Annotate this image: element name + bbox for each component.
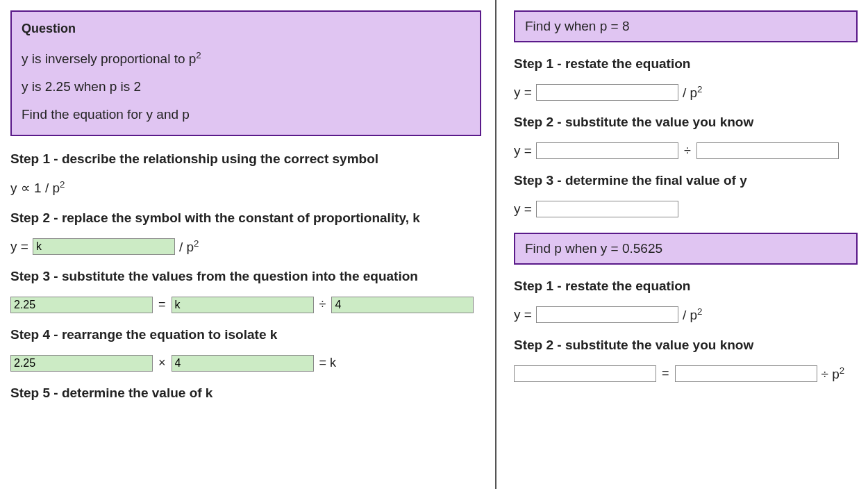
right1-step2-heading: Step 2 - substitute the value you know	[514, 115, 858, 130]
right2-step2-expression: = ÷ p2	[514, 365, 858, 382]
right1-step2-input-b[interactable]	[696, 142, 839, 159]
r2-eq-suffix-sup: 2	[697, 306, 702, 317]
step4-equals-k: = k	[318, 356, 338, 370]
step3-k-input[interactable]	[172, 297, 314, 313]
r2-eq-prefix: y =	[514, 307, 532, 322]
left-step2-heading: Step 2 - replace the symbol with the con…	[10, 210, 481, 226]
right1-step3-input[interactable]	[536, 201, 678, 217]
right1-step1-heading: Step 1 - restate the equation	[514, 56, 858, 72]
left-step5-heading: Step 5 - determine the value of k	[10, 386, 481, 401]
question-line-1-sup: 2	[196, 50, 201, 60]
r2-s2-div-sup: 2	[840, 365, 844, 376]
step3-denom-input[interactable]	[331, 297, 474, 313]
right2-step2-input-b[interactable]	[675, 365, 817, 382]
step3-divide: ÷	[318, 297, 328, 312]
r2-s2-div-text: ÷ p	[821, 367, 840, 381]
step4-multiplier-input[interactable]	[172, 355, 314, 372]
question-box: Question y is inversely proportional to …	[10, 10, 481, 136]
r2-s2-eq: =	[660, 366, 671, 381]
right2-step2-input-a[interactable]	[514, 365, 656, 382]
step2-suffix-text: / p	[179, 240, 194, 254]
question-line-1: y is inversely proportional to p2	[22, 50, 470, 67]
question-line-2: y is 2.25 when p is 2	[22, 79, 470, 94]
left-step4-expression: × = k	[10, 355, 481, 372]
left-step4-heading: Step 4 - rearrange the equation to isola…	[10, 327, 481, 342]
right2-step1-input[interactable]	[536, 306, 678, 323]
r2-eq-suffix-text: / p	[683, 308, 697, 323]
step2-prefix: y =	[10, 239, 28, 254]
question-line-1-text: y is inversely proportional to p	[22, 51, 196, 66]
step4-times: ×	[157, 356, 167, 370]
r1-s2-prefix: y =	[514, 143, 532, 158]
r1-eq-suffix-sup: 2	[697, 84, 702, 94]
right1-step2-expression: y = ÷	[514, 142, 858, 159]
step4-y-value-input[interactable]	[10, 355, 153, 372]
right-box-1: Find y when p = 8	[514, 10, 858, 42]
step1-expr-text: y ∝ 1 / p	[10, 181, 60, 196]
left-step3-expression: = ÷	[10, 297, 481, 313]
question-title: Question	[22, 22, 470, 36]
right1-step3-expression: y =	[514, 201, 858, 217]
step2-suffix-sup: 2	[194, 238, 199, 249]
right1-step1-input[interactable]	[536, 84, 678, 101]
question-line-3: Find the equation for y and p	[22, 107, 470, 122]
left-step1-expression: y ∝ 1 / p2	[10, 179, 481, 196]
right2-step1-heading: Step 1 - restate the equation	[514, 279, 858, 294]
right1-step2-input-a[interactable]	[536, 142, 678, 159]
step3-equals: =	[157, 297, 167, 312]
left-step2-expression: y = / p2	[10, 238, 481, 255]
left-step1-heading: Step 1 - describe the relationship using…	[10, 151, 481, 167]
left-step3-heading: Step 3 - substitute the values from the …	[10, 269, 481, 284]
r1-eq-suffix-text: / p	[683, 85, 697, 100]
right2-step1-expression: y = / p2	[514, 306, 858, 323]
step2-k-input[interactable]	[33, 238, 175, 255]
right2-step2-heading: Step 2 - substitute the value you know	[514, 338, 858, 353]
right1-step3-heading: Step 3 - determine the final value of y	[514, 173, 858, 188]
step1-expr-sup: 2	[60, 179, 65, 190]
r1-s3-prefix: y =	[514, 201, 532, 217]
right-box-2: Find p when y = 0.5625	[514, 233, 858, 265]
step3-y-value-input[interactable]	[10, 297, 153, 313]
right1-step1-expression: y = / p2	[514, 84, 858, 101]
r1-eq-prefix: y =	[514, 85, 532, 100]
r1-s2-div: ÷	[683, 144, 692, 158]
